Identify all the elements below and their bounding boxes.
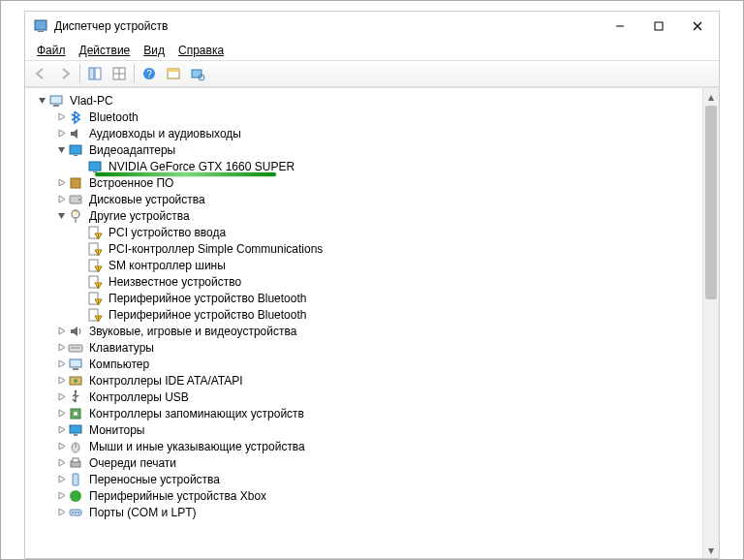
app-icon [33,18,48,34]
keyboard-icon [68,340,83,356]
svg-rect-21 [89,162,101,171]
node-label: Переносные устройства [87,473,222,486]
forward-button[interactable] [53,62,77,85]
tree-category-bluetooth[interactable]: Bluetooth [29,109,702,125]
collapse-icon[interactable] [54,145,68,154]
menu-help[interactable]: Справка [172,43,230,58]
properties-button[interactable] [162,62,185,85]
scroll-up-button[interactable]: ▴ [703,88,719,105]
svg-rect-14 [168,69,179,72]
minimize-button[interactable] [601,13,639,40]
tree-category-other[interactable]: ? Другие устройства [29,207,702,224]
tree-category-computer[interactable]: Компьютер [29,356,702,372]
tree-category-portable[interactable]: Переносные устройства [29,471,702,487]
menu-action[interactable]: Действие [74,43,137,58]
tree-device-periph-bt1[interactable]: ! Периферийное устройство Bluetooth [29,290,702,306]
menu-file[interactable]: Файл [31,43,72,58]
tree-device-pci-simple[interactable]: ! PCI-контроллер Simple Communications [29,240,702,257]
tree-category-ports[interactable]: Порты (COM и LPT) [29,504,702,520]
tree-device-pci-input[interactable]: ! PCI устройство ввода [29,224,702,240]
node-label: Дисковые устройства [87,193,207,206]
svg-rect-20 [74,155,78,156]
tree-device-periph-bt2[interactable]: ! Периферийное устройство Bluetooth [29,306,702,323]
tree-category-audio[interactable]: Аудиовходы и аудиовыходы [29,125,702,141]
expand-icon[interactable] [54,425,68,434]
close-button[interactable] [678,13,717,40]
show-hide-tree-button[interactable] [83,62,107,85]
scan-hardware-button[interactable] [186,62,209,85]
tree-category-sound[interactable]: Звуковые, игровые и видеоустройства [29,323,702,339]
svg-rect-7 [95,68,101,79]
maximize-button[interactable] [639,13,678,40]
node-label: Порты (COM и LPT) [87,506,199,519]
menu-view[interactable]: Вид [138,43,170,58]
scroll-down-button[interactable]: ▾ [703,542,719,558]
expand-icon[interactable] [54,392,68,401]
usb-icon [68,389,83,405]
collapse-icon[interactable] [35,96,48,105]
scroll-thumb[interactable] [705,106,717,299]
tree-category-disk[interactable]: Дисковые устройства [29,191,702,207]
collapse-icon[interactable] [54,211,68,220]
svg-point-46 [74,379,78,383]
svg-rect-6 [89,68,94,79]
content-area: Vlad-PC Bluetooth Аудиовходы и аудиовыхо… [25,87,719,558]
monitor-icon [68,422,83,438]
node-label: Периферийные устройства Xbox [87,489,268,503]
tree-device-unknown[interactable]: ! Неизвестное устройство [29,273,702,290]
toolbar-separator [79,64,80,83]
tree-category-storage[interactable]: Контроллеры запоминающих устройств [29,405,702,421]
other-device-icon: ? [68,208,83,224]
tree-category-print-queues[interactable]: Очереди печати [29,454,702,471]
tree-category-mice[interactable]: Мыши и иные указывающие устройства [29,438,702,454]
node-label: Очереди печати [87,456,178,470]
expand-icon[interactable] [54,475,68,483]
expand-icon[interactable] [54,458,68,467]
node-label: Аудиовходы и аудиовыходы [87,127,243,140]
expand-icon[interactable] [54,409,68,418]
audio-icon [68,126,83,141]
expand-icon[interactable] [54,178,68,187]
expand-icon[interactable] [54,508,68,516]
tree-category-xbox[interactable]: Периферийные устройства Xbox [29,487,702,504]
node-label: SM контроллер шины [107,259,228,272]
tree-device-sm-bus[interactable]: ! SM контроллер шины [29,257,702,273]
svg-rect-55 [73,458,78,462]
tree-root[interactable]: Vlad-PC [29,92,702,109]
device-tree[interactable]: Vlad-PC Bluetooth Аудиовходы и аудиовыхо… [25,88,702,558]
expand-icon[interactable] [54,376,68,385]
tree-device-gpu[interactable]: NVIDIA GeForce GTX 1660 SUPER [29,158,702,174]
tree-category-video[interactable]: Видеоадаптеры [29,141,702,158]
titlebar[interactable]: Диспетчер устройств [25,12,719,41]
xbox-icon [68,488,83,504]
back-button[interactable] [29,62,52,85]
tree-category-ide[interactable]: Контроллеры IDE ATA/ATAPI [29,372,702,389]
tree-category-monitors[interactable]: Мониторы [29,421,702,438]
svg-rect-43 [70,359,81,367]
expand-icon[interactable] [54,129,68,138]
ide-icon [68,373,83,389]
tree-category-keyboards[interactable]: Клавиатуры [29,339,702,356]
port-icon [68,505,83,520]
expand-icon[interactable] [54,327,68,335]
help-topics-button[interactable] [108,62,131,85]
expand-icon[interactable] [54,343,68,352]
expand-icon[interactable] [54,359,68,368]
vertical-scrollbar[interactable]: ▴ ▾ [702,88,719,558]
svg-text:?: ? [146,69,152,79]
node-label: Контроллеры IDE ATA/ATAPI [87,374,245,388]
warning-device-icon: ! [87,241,103,257]
expand-icon[interactable] [54,442,68,451]
storage-icon [68,406,83,421]
help-button[interactable]: ? [138,62,161,85]
expand-icon[interactable] [54,112,68,121]
window-title: Диспетчер устройств [54,19,601,33]
tree-category-firmware[interactable]: Встроенное ПО [29,174,702,191]
expand-icon[interactable] [54,195,68,203]
tree-category-usb[interactable]: Контроллеры USB [29,389,702,405]
window-frame: Диспетчер устройств Файл Действие Вид Сп… [0,0,744,560]
expand-icon[interactable] [54,491,68,500]
svg-rect-22 [93,171,97,172]
speaker-icon [68,324,83,339]
node-label: Контроллеры USB [87,390,191,404]
